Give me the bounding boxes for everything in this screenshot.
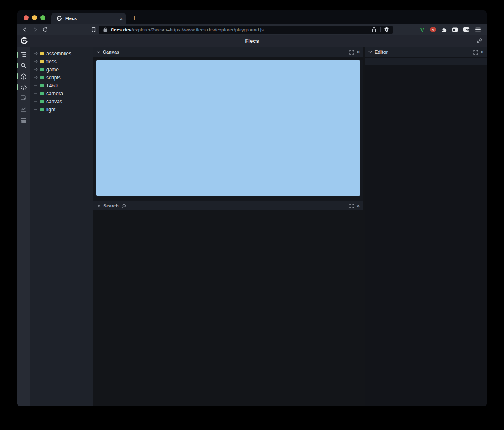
tree-item-label: camera xyxy=(46,91,63,97)
search-panel-title: Search xyxy=(103,203,119,208)
divider xyxy=(380,27,381,32)
browser-toolbar: flecs.dev/explorer/?wasm=https://www.fle… xyxy=(17,24,487,35)
tab-title: Flecs xyxy=(65,16,116,21)
entity-tree-panel: assembliesflecsgamescripts1460cameracanv… xyxy=(30,47,93,406)
menu-icon[interactable] xyxy=(475,27,481,32)
sidebar-item-stats[interactable] xyxy=(17,104,30,115)
browser-tab[interactable]: Flecs × xyxy=(51,13,126,24)
brave-shield-icon[interactable] xyxy=(384,27,389,33)
text-cursor xyxy=(367,59,368,64)
tab-bar: Flecs × + xyxy=(17,10,487,24)
sidebar-item-search[interactable] xyxy=(17,60,30,71)
close-window-button[interactable] xyxy=(24,15,29,20)
fullscreen-icon[interactable] xyxy=(473,50,478,55)
tree-item-scripts[interactable]: scripts xyxy=(30,73,93,81)
editor-panel-header[interactable]: Editor × xyxy=(365,47,487,57)
tree-item-label: game xyxy=(46,67,59,73)
editor-panel: Editor × xyxy=(365,47,487,406)
tree-item-camera[interactable]: camera xyxy=(30,89,93,97)
expand-arrow-icon[interactable] xyxy=(34,60,40,63)
chevron-down-icon[interactable] xyxy=(97,51,100,53)
red-extension-icon[interactable] xyxy=(430,26,437,33)
flecs-favicon-icon xyxy=(56,16,62,21)
tree-item-light[interactable]: light xyxy=(30,105,93,113)
window-controls xyxy=(17,10,51,24)
url-path: /explorer/?wasm=https://www.flecs.dev/ex… xyxy=(131,27,264,32)
url-text: flecs.dev/explorer/?wasm=https://www.fle… xyxy=(111,27,371,32)
tree-item-label: scripts xyxy=(46,75,61,81)
canvas-panel-header[interactable]: Canvas × xyxy=(93,47,363,57)
canvas-panel-title: Canvas xyxy=(103,50,119,55)
sidebar-item-inspect[interactable] xyxy=(17,93,30,104)
editor-panel-title: Editor xyxy=(375,50,388,55)
leaf-dash-icon xyxy=(34,108,40,111)
tree-item-label: light xyxy=(46,107,55,113)
address-bar[interactable]: flecs.dev/explorer/?wasm=https://www.fle… xyxy=(99,26,393,34)
editor-current-line[interactable] xyxy=(365,58,487,65)
fullscreen-icon[interactable] xyxy=(349,50,354,55)
extension-icons: V xyxy=(419,26,470,33)
tree-item-label: assemblies xyxy=(46,51,71,57)
back-icon[interactable] xyxy=(20,27,30,32)
address-bar-actions xyxy=(371,27,389,33)
zoom-window-button[interactable] xyxy=(40,15,45,20)
extensions-puzzle-icon[interactable] xyxy=(441,26,448,33)
vimium-extension-icon[interactable]: V xyxy=(419,26,426,33)
forward-icon[interactable] xyxy=(30,27,40,32)
icon-sidebar xyxy=(17,47,30,406)
entity-color-square xyxy=(40,100,44,103)
render-canvas[interactable] xyxy=(96,60,360,196)
entity-color-square xyxy=(40,76,44,79)
collapsed-dot-icon[interactable] xyxy=(98,205,100,207)
expand-arrow-icon[interactable] xyxy=(34,68,40,71)
sidebar-item-tables[interactable] xyxy=(17,115,30,126)
wallet-icon[interactable] xyxy=(462,26,470,33)
minimize-window-button[interactable] xyxy=(32,15,37,20)
sidebar-item-code[interactable] xyxy=(17,82,30,93)
leaf-dash-icon xyxy=(34,84,40,87)
entity-color-square xyxy=(40,84,44,87)
sidebar-item-entities[interactable] xyxy=(17,71,30,82)
tree-item-assemblies[interactable]: assemblies xyxy=(30,50,93,58)
permalink-icon[interactable] xyxy=(476,38,482,44)
chevron-down-icon[interactable] xyxy=(368,51,372,53)
canvas-panel-body xyxy=(93,60,363,205)
expand-arrow-icon[interactable] xyxy=(34,52,40,55)
search-panel-header[interactable]: Search × xyxy=(93,201,363,210)
tree-item-label: flecs xyxy=(46,59,57,65)
close-icon[interactable]: × xyxy=(357,49,360,55)
leaf-dash-icon xyxy=(34,100,40,103)
tree-item-game[interactable]: game xyxy=(30,66,93,73)
sidebar-item-entity-tree[interactable] xyxy=(17,49,30,60)
page-title: Flecs xyxy=(17,38,487,44)
leaf-dash-icon xyxy=(34,92,40,95)
url-domain: flecs.dev xyxy=(111,27,131,32)
fullscreen-icon[interactable] xyxy=(349,204,354,208)
entity-color-square xyxy=(40,60,44,63)
tree-item-label: canvas xyxy=(46,99,62,105)
content-area: Canvas × Search xyxy=(93,47,487,406)
tree-item-1460[interactable]: 1460 xyxy=(30,81,93,89)
reload-icon[interactable] xyxy=(40,27,50,32)
browser-window: Flecs × + flecs.dev/explorer/?wasm=https… xyxy=(17,10,487,406)
bookmark-icon[interactable] xyxy=(91,27,96,33)
entity-color-square xyxy=(40,108,44,111)
entity-color-square xyxy=(40,52,44,55)
close-icon[interactable]: × xyxy=(480,49,484,55)
tree-item-flecs[interactable]: flecs xyxy=(30,58,93,66)
expand-arrow-icon[interactable] xyxy=(34,76,40,79)
entity-color-square xyxy=(40,68,44,71)
entity-color-square xyxy=(40,92,44,95)
lock-icon xyxy=(103,27,108,32)
new-tab-button[interactable]: + xyxy=(132,14,136,22)
main-area: assembliesflecsgamescripts1460cameracanv… xyxy=(17,47,487,406)
sidebar-icon[interactable] xyxy=(452,26,459,33)
tree-item-canvas[interactable]: canvas xyxy=(30,97,93,105)
share-icon[interactable] xyxy=(371,27,377,33)
app-header: Flecs xyxy=(17,35,487,47)
search-icon xyxy=(121,204,126,208)
close-icon[interactable]: × xyxy=(357,203,360,209)
tab-close-icon[interactable]: × xyxy=(119,16,123,21)
search-panel: Search × xyxy=(93,201,363,210)
tree-item-label: 1460 xyxy=(46,83,58,89)
